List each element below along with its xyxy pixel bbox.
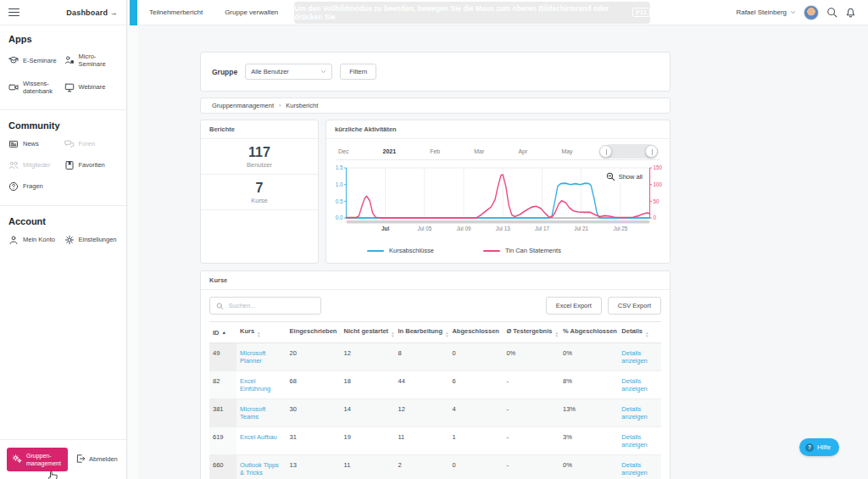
sort-icon: ▲▼	[257, 331, 260, 337]
show-all-button[interactable]: Show all	[603, 170, 646, 183]
bell-icon[interactable]	[845, 7, 856, 18]
tab-gruppe-verwalten[interactable]: Gruppe verwalten	[214, 8, 289, 16]
details-link[interactable]: Details anzeigen	[621, 349, 647, 365]
column-header-abgeschlossen[interactable]: Abgeschlossen▲▼	[448, 322, 503, 343]
sidebar-item-favoriten[interactable]: Favoriten	[64, 160, 119, 170]
svg-text:0.0: 0.0	[336, 214, 343, 221]
sidebar-item-micro-seminare[interactable]: Micro-Seminare	[64, 53, 119, 69]
course-link[interactable]: Microsoft Teams	[240, 405, 265, 421]
course-link[interactable]: Microsoft Planner	[240, 349, 265, 365]
chat-bubbles-icon	[64, 139, 75, 149]
question-circle-icon	[8, 181, 19, 192]
table-row: 660Outlook Tipps & Tricks131120-0%Detail…	[209, 455, 661, 479]
details-link[interactable]: Details anzeigen	[621, 433, 647, 448]
sort-icon: ▲▼	[391, 331, 394, 337]
sidebar-section-title: Community	[8, 120, 118, 131]
column-header-nicht-gestartet[interactable]: Nicht gestartet▲▼	[341, 322, 395, 343]
sidebar-item-news[interactable]: News	[8, 139, 63, 149]
stat-users: 117 Benutzer	[201, 139, 318, 175]
search-icon[interactable]	[826, 7, 837, 18]
tab-teilnehmerbericht[interactable]: Teilnehmerbericht	[138, 8, 214, 16]
details-link[interactable]: Details anzeigen	[621, 461, 647, 476]
scrollbar-thumb[interactable]	[130, 0, 137, 25]
sidebar: Dashboard → AppsE-SeminareMicro-Seminare…	[0, 0, 127, 479]
course-link[interactable]: Excel Einführung	[240, 377, 270, 393]
reports-card-title: Berichte	[201, 120, 318, 139]
sidebar-item-einstellungen[interactable]: Einstellungen	[64, 235, 119, 245]
sidebar-item-e-seminare[interactable]: E-Seminare	[8, 53, 63, 69]
legend-swatch-blue	[367, 250, 384, 252]
graduation-cap-icon	[8, 55, 19, 65]
details-link[interactable]: Details anzeigen	[621, 405, 647, 421]
course-link[interactable]: Excel Aufbau	[240, 433, 277, 441]
sidebar-item-wissens-datenbank[interactable]: Wissens-datenbank	[8, 80, 63, 96]
breadcrumb-kursbericht: Kursbericht	[286, 102, 318, 109]
dashboard-link[interactable]: Dashboard →	[66, 8, 118, 17]
column-header-in-bearbeitung[interactable]: In Bearbeitung▲▼	[395, 322, 449, 343]
sidebar-section-title: Apps	[8, 34, 118, 44]
excel-export-button[interactable]: Excel Export	[546, 297, 602, 315]
svg-text:Jul 25: Jul 25	[613, 226, 627, 232]
group-management-button[interactable]: Gruppen-management	[7, 448, 68, 471]
svg-text:100: 100	[653, 181, 662, 188]
sort-icon: ▲▼	[554, 331, 558, 337]
legend-tincan[interactable]: Tin Can Statements	[483, 247, 561, 254]
help-button[interactable]: ? Hilfe	[799, 438, 839, 456]
sidebar-item-webinare[interactable]: Webinare	[64, 80, 119, 96]
question-circle-icon: ?	[805, 443, 814, 452]
chevron-down-icon	[790, 10, 796, 14]
details-link[interactable]: Details anzeigen	[621, 377, 647, 393]
chart-range-navigator[interactable]: Dec2021FebMarAprMayJunJul	[337, 143, 659, 160]
breadcrumb-gruppenmanagement[interactable]: Gruppenmanagement	[212, 102, 274, 109]
column-header-id[interactable]: ID▲	[209, 322, 236, 343]
svg-text:50: 50	[653, 198, 659, 204]
navigator-right-handle[interactable]	[645, 145, 658, 158]
navigator-month-label: May	[561, 148, 572, 154]
svg-text:Jul 21: Jul 21	[574, 226, 588, 232]
svg-text:Jul 05: Jul 05	[417, 226, 431, 232]
logout-icon	[75, 454, 86, 465]
search-input[interactable]	[229, 302, 314, 309]
activity-chart-card: kürzliche Aktivitäten Dec2021FebMarAprMa…	[326, 120, 670, 264]
zoom-out-icon	[606, 172, 615, 181]
table-row: 619Excel Aufbau3119111-3%Details anzeige…	[209, 427, 661, 455]
table-row: 381Microsoft Teams3014124-13%Details anz…	[209, 399, 661, 427]
sort-icon: ▲▼	[645, 331, 648, 337]
hamburger-menu-icon[interactable]	[8, 8, 19, 17]
person-icon	[8, 235, 19, 245]
column-header-%-abgeschlossen[interactable]: % Abgeschlossen▲▼	[559, 322, 618, 343]
course-link[interactable]: Outlook Tipps & Tricks	[240, 461, 279, 476]
legend-swatch-pink	[483, 250, 500, 252]
column-header--testergebnis[interactable]: Ø Testergebnis▲▼	[503, 322, 559, 343]
sidebar-divider	[0, 109, 126, 110]
svg-text:Jul 17: Jul 17	[535, 226, 549, 232]
legend-kursabschluesse[interactable]: Kursabschlüsse	[367, 247, 434, 254]
navigator-month-label: 2021	[383, 148, 397, 154]
search-icon	[216, 302, 224, 310]
sort-icon: ▲▼	[339, 331, 340, 337]
navigator-left-handle[interactable]	[599, 145, 612, 158]
svg-text:1.0: 1.0	[336, 181, 343, 188]
mouse-cursor-icon	[47, 470, 58, 479]
logout-button[interactable]: Abmelden	[75, 454, 118, 465]
filter-button[interactable]: Filtern	[340, 64, 376, 80]
sidebar-footer: Gruppen-management Abmelden	[0, 439, 126, 479]
column-header-kurs[interactable]: Kurs▲▼	[236, 322, 287, 343]
navigator-month-label: Mar	[474, 148, 484, 154]
group-select[interactable]: Alle Benutzer	[245, 64, 332, 80]
gear-icon	[64, 235, 75, 245]
csv-export-button[interactable]: CSV Export	[608, 297, 661, 315]
column-header-eingeschrieben[interactable]: Eingeschrieben▲▼	[287, 322, 341, 343]
column-header-details[interactable]: Details▲▼	[618, 322, 661, 343]
svg-text:Jul 09: Jul 09	[457, 226, 471, 232]
video-camera-icon	[8, 82, 19, 92]
user-menu[interactable]: Rafael Steinberg	[736, 8, 796, 16]
main-content: Gruppe Alle Benutzer Filtern Gruppenmana…	[138, 25, 868, 479]
topbar: Teilnehmerbericht Gruppe verwalten Um de…	[138, 0, 868, 25]
chart-plot-area: JulJul 05Jul 09Jul 13Jul 17Jul 21Jul 250…	[328, 162, 668, 243]
sort-icon: ▲▼	[445, 331, 448, 337]
sidebar-item-mein-konto[interactable]: Mein Konto	[8, 235, 63, 245]
sidebar-item-fragen[interactable]: Fragen	[8, 181, 63, 192]
group-filter-card: Gruppe Alle Benutzer Filtern	[200, 52, 670, 92]
avatar[interactable]	[804, 5, 819, 20]
